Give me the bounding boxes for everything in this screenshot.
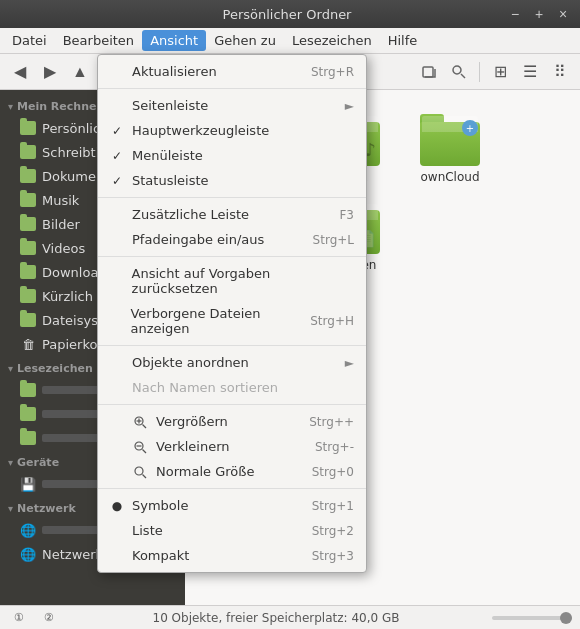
menu-separator [98, 197, 366, 198]
svg-rect-0 [423, 67, 433, 77]
folder-icon [20, 168, 36, 184]
zoom-slider[interactable] [492, 616, 572, 620]
titlebar: Persönlicher Ordner − + × [0, 0, 580, 28]
file-label: ownCloud [420, 170, 479, 184]
zoom-out-icon [132, 440, 148, 454]
folder-icon [20, 406, 36, 422]
view-icons-button[interactable]: ⊞ [486, 58, 514, 86]
sidebar-item-label: Netzwerk [42, 547, 103, 562]
owncloud-badge: + [462, 120, 478, 136]
menu-vergroessern[interactable]: Vergrößern Strg++ [98, 409, 366, 434]
view-btn-group: ⊞ ☰ ⠿ [486, 58, 574, 86]
menu-verkleinern[interactable]: Verkleinern Strg+- [98, 434, 366, 459]
search-button[interactable] [445, 58, 473, 86]
menu-menuleiste[interactable]: ✓ Menüleiste [98, 143, 366, 168]
sidebar-item-label: Kürzlich [42, 289, 93, 304]
menu-gehen-zu[interactable]: Gehen zu [206, 30, 284, 51]
statusbar-btn1[interactable]: ① [8, 607, 30, 629]
device-icon: 💾 [20, 476, 36, 492]
section-arrow: ▾ [8, 457, 13, 468]
menu-lesezeichen[interactable]: Lesezeichen [284, 30, 380, 51]
menu-liste[interactable]: Liste Strg+2 [98, 518, 366, 543]
menu-bearbeiten[interactable]: Bearbeiten [55, 30, 142, 51]
menu-kompakt[interactable]: Kompakt Strg+3 [98, 543, 366, 568]
titlebar-controls: − + × [506, 5, 572, 23]
menu-normale-groesse[interactable]: Normale Größe Strg+0 [98, 459, 366, 484]
menubar: Datei Bearbeiten Ansicht Gehen zu Leseze… [0, 28, 580, 54]
section-label: Lesezeichen [17, 362, 93, 375]
view-compact-button[interactable]: ⠿ [546, 58, 574, 86]
shortcut: Strg+R [311, 65, 354, 79]
minimize-button[interactable]: − [506, 5, 524, 23]
menu-statusleiste[interactable]: ✓ Statusleiste [98, 168, 366, 193]
menu-objekte-anordnen[interactable]: Objekte anordnen ► [98, 350, 366, 375]
zoom-in-icon [132, 415, 148, 429]
menu-hauptwerkzeugleiste[interactable]: ✓ Hauptwerkzeugleiste [98, 118, 366, 143]
sidebar-item-label: Bilder [42, 217, 80, 232]
menu-label: Vergrößern [156, 414, 228, 429]
svg-line-4 [143, 424, 147, 428]
menu-label: Objekte anordnen [132, 355, 249, 370]
section-arrow: ▾ [8, 101, 13, 112]
statusbar: ① ② 10 Objekte, freier Speicherplatz: 40… [0, 605, 580, 629]
menu-hilfe[interactable]: Hilfe [380, 30, 426, 51]
window-title: Persönlicher Ordner [68, 7, 506, 22]
menu-label: Ansicht auf Vorgaben zurücksetzen [132, 266, 354, 296]
menu-label: Verborgene Dateien anzeigen [130, 306, 302, 336]
menu-separator [98, 256, 366, 257]
folder-icon [20, 192, 36, 208]
menu-symbole[interactable]: ● Symbole Strg+1 [98, 493, 366, 518]
folder-icon [20, 240, 36, 256]
shortcut: Strg+L [313, 233, 354, 247]
menu-label: Menüleiste [132, 148, 203, 163]
menu-ansicht-vorgaben[interactable]: Ansicht auf Vorgaben zurücksetzen [98, 261, 366, 301]
statusbar-text: 10 Objekte, freier Speicherplatz: 40,0 G… [68, 611, 484, 625]
menu-label: Zusätzliche Leiste [132, 207, 249, 222]
menu-verborgene-dateien[interactable]: Verborgene Dateien anzeigen Strg+H [98, 301, 366, 341]
menu-ansicht[interactable]: Ansicht [142, 30, 206, 51]
file-item-owncloud[interactable]: + ownCloud [405, 110, 495, 188]
svg-point-1 [453, 66, 461, 74]
forward-button[interactable]: ▶ [36, 58, 64, 86]
svg-line-8 [143, 449, 147, 453]
section-label: Geräte [17, 456, 59, 469]
menu-datei[interactable]: Datei [4, 30, 55, 51]
section-arrow: ▾ [8, 363, 13, 374]
back-button[interactable]: ◀ [6, 58, 34, 86]
statusbar-btn2[interactable]: ② [38, 607, 60, 629]
shortcut: Strg+1 [312, 499, 354, 513]
shortcut: Strg+- [315, 440, 354, 454]
view-list-button[interactable]: ☰ [516, 58, 544, 86]
up-button[interactable]: ▲ [66, 58, 94, 86]
shortcut: Strg++ [309, 415, 354, 429]
sidebar-item-label: Videos [42, 241, 85, 256]
sidebar-item-label: Musik [42, 193, 79, 208]
maximize-button[interactable]: + [530, 5, 548, 23]
folder-icon [20, 312, 36, 328]
shortcut: Strg+2 [312, 524, 354, 538]
toolbar-separator [479, 62, 480, 82]
menu-label: Statusleiste [132, 173, 209, 188]
zoom-reset-icon [132, 465, 148, 479]
menu-pfadeingabe[interactable]: Pfadeingabe ein/aus Strg+L [98, 227, 366, 252]
close-button[interactable]: × [554, 5, 572, 23]
menu-separator [98, 404, 366, 405]
network-icon: 🌐 [20, 522, 36, 538]
section-arrow: ▾ [8, 503, 13, 514]
svg-line-11 [143, 474, 147, 478]
search-icon [451, 64, 467, 80]
menu-seitenleiste[interactable]: Seitenleiste ► [98, 93, 366, 118]
trash-icon: 🗑 [20, 336, 36, 352]
location-button[interactable] [415, 58, 443, 86]
menu-label: Nach Namen sortieren [132, 380, 278, 395]
shortcut: Strg+H [310, 314, 354, 328]
folder-icon [20, 120, 36, 136]
folder-icon [20, 382, 36, 398]
menu-aktualisieren[interactable]: Aktualisieren Strg+R [98, 59, 366, 84]
menu-zusaetzliche-leiste[interactable]: Zusätzliche Leiste F3 [98, 202, 366, 227]
menu-label: Aktualisieren [132, 64, 217, 79]
folder-icon [20, 288, 36, 304]
folder-icon [20, 264, 36, 280]
menu-label: Verkleinern [156, 439, 230, 454]
menu-separator [98, 488, 366, 489]
